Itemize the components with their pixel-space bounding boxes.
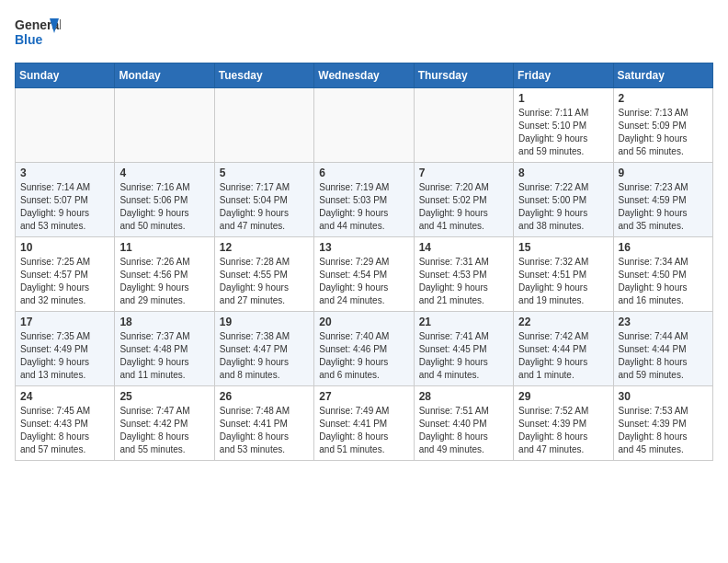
day-info: Sunrise: 7:19 AM Sunset: 5:03 PM Dayligh… (319, 181, 408, 233)
calendar-cell: 14Sunrise: 7:31 AM Sunset: 4:53 PM Dayli… (414, 237, 513, 312)
svg-text:Blue: Blue (15, 32, 43, 47)
day-number: 14 (419, 241, 508, 254)
day-number: 7 (419, 167, 508, 179)
day-number: 25 (119, 390, 209, 403)
calendar-cell: 19Sunrise: 7:38 AM Sunset: 4:47 PM Dayli… (214, 312, 313, 386)
day-number: 2 (619, 92, 708, 105)
weekday-header-friday: Friday (514, 63, 613, 88)
calendar-cell: 25Sunrise: 7:47 AM Sunset: 4:42 PM Dayli… (115, 386, 214, 461)
day-info: Sunrise: 7:49 AM Sunset: 4:41 PM Dayligh… (319, 405, 408, 456)
calendar-cell (214, 88, 313, 163)
week-row-1: 1Sunrise: 7:11 AM Sunset: 5:10 PM Daylig… (16, 88, 713, 163)
day-info: Sunrise: 7:38 AM Sunset: 4:47 PM Dayligh… (220, 330, 309, 382)
day-number: 6 (319, 167, 408, 179)
day-number: 10 (20, 241, 109, 254)
calendar-cell: 8Sunrise: 7:22 AM Sunset: 5:00 PM Daylig… (514, 163, 613, 237)
weekday-header-sunday: Sunday (16, 63, 115, 88)
day-number: 22 (518, 316, 608, 328)
calendar-cell: 23Sunrise: 7:44 AM Sunset: 4:44 PM Dayli… (613, 312, 712, 386)
calendar-cell (314, 88, 414, 163)
day-info: Sunrise: 7:51 AM Sunset: 4:40 PM Dayligh… (419, 405, 508, 456)
day-number: 17 (20, 316, 109, 328)
day-number: 16 (619, 241, 708, 254)
day-info: Sunrise: 7:16 AM Sunset: 5:06 PM Dayligh… (119, 181, 209, 233)
calendar-cell: 6Sunrise: 7:19 AM Sunset: 5:03 PM Daylig… (314, 163, 414, 237)
calendar-cell: 15Sunrise: 7:32 AM Sunset: 4:51 PM Dayli… (514, 237, 613, 312)
weekday-header-wednesday: Wednesday (314, 63, 414, 88)
calendar-cell: 16Sunrise: 7:34 AM Sunset: 4:50 PM Dayli… (613, 237, 712, 312)
day-number: 5 (220, 167, 309, 179)
calendar-cell: 9Sunrise: 7:23 AM Sunset: 4:59 PM Daylig… (613, 163, 712, 237)
day-info: Sunrise: 7:53 AM Sunset: 4:39 PM Dayligh… (619, 405, 708, 456)
day-info: Sunrise: 7:37 AM Sunset: 4:48 PM Dayligh… (119, 330, 209, 382)
day-info: Sunrise: 7:25 AM Sunset: 4:57 PM Dayligh… (20, 256, 109, 307)
page-container: GeneralBlue SundayMondayTuesdayWednesday… (0, 0, 728, 468)
week-row-2: 3Sunrise: 7:14 AM Sunset: 5:07 PM Daylig… (16, 163, 713, 237)
day-number: 20 (319, 316, 408, 328)
weekday-header-row: SundayMondayTuesdayWednesdayThursdayFrid… (16, 63, 713, 88)
day-info: Sunrise: 7:22 AM Sunset: 5:00 PM Dayligh… (518, 181, 608, 233)
week-row-4: 17Sunrise: 7:35 AM Sunset: 4:49 PM Dayli… (16, 312, 713, 386)
day-info: Sunrise: 7:52 AM Sunset: 4:39 PM Dayligh… (518, 405, 608, 456)
weekday-header-saturday: Saturday (613, 63, 712, 88)
day-info: Sunrise: 7:20 AM Sunset: 5:02 PM Dayligh… (419, 181, 508, 233)
day-info: Sunrise: 7:13 AM Sunset: 5:09 PM Dayligh… (619, 107, 708, 158)
weekday-header-monday: Monday (115, 63, 214, 88)
day-info: Sunrise: 7:32 AM Sunset: 4:51 PM Dayligh… (518, 256, 608, 307)
calendar-cell: 28Sunrise: 7:51 AM Sunset: 4:40 PM Dayli… (414, 386, 513, 461)
day-info: Sunrise: 7:17 AM Sunset: 5:04 PM Dayligh… (220, 181, 309, 233)
calendar-cell: 11Sunrise: 7:26 AM Sunset: 4:56 PM Dayli… (115, 237, 214, 312)
calendar-cell: 12Sunrise: 7:28 AM Sunset: 4:55 PM Dayli… (214, 237, 313, 312)
calendar-table: SundayMondayTuesdayWednesdayThursdayFrid… (15, 63, 713, 461)
day-info: Sunrise: 7:29 AM Sunset: 4:54 PM Dayligh… (319, 256, 408, 307)
calendar-cell: 18Sunrise: 7:37 AM Sunset: 4:48 PM Dayli… (115, 312, 214, 386)
day-info: Sunrise: 7:34 AM Sunset: 4:50 PM Dayligh… (619, 256, 708, 307)
calendar-cell: 1Sunrise: 7:11 AM Sunset: 5:10 PM Daylig… (514, 88, 613, 163)
day-number: 21 (419, 316, 508, 328)
day-info: Sunrise: 7:31 AM Sunset: 4:53 PM Dayligh… (419, 256, 508, 307)
day-info: Sunrise: 7:45 AM Sunset: 4:43 PM Dayligh… (20, 405, 109, 456)
calendar-cell: 4Sunrise: 7:16 AM Sunset: 5:06 PM Daylig… (115, 163, 214, 237)
calendar-cell: 3Sunrise: 7:14 AM Sunset: 5:07 PM Daylig… (16, 163, 115, 237)
calendar-cell (414, 88, 513, 163)
day-info: Sunrise: 7:23 AM Sunset: 4:59 PM Dayligh… (619, 181, 708, 233)
day-number: 13 (319, 241, 408, 254)
calendar-cell: 24Sunrise: 7:45 AM Sunset: 4:43 PM Dayli… (16, 386, 115, 461)
day-number: 30 (619, 390, 708, 403)
day-number: 19 (220, 316, 309, 328)
day-number: 11 (119, 241, 209, 254)
day-number: 27 (319, 390, 408, 403)
day-number: 12 (220, 241, 309, 254)
day-number: 18 (119, 316, 209, 328)
logo-svg: GeneralBlue (15, 15, 61, 52)
day-number: 3 (20, 167, 109, 179)
weekday-header-thursday: Thursday (414, 63, 513, 88)
day-number: 29 (518, 390, 608, 403)
calendar-cell: 10Sunrise: 7:25 AM Sunset: 4:57 PM Dayli… (16, 237, 115, 312)
day-number: 28 (419, 390, 508, 403)
day-number: 1 (518, 92, 608, 105)
day-info: Sunrise: 7:14 AM Sunset: 5:07 PM Dayligh… (20, 181, 109, 233)
calendar-cell: 29Sunrise: 7:52 AM Sunset: 4:39 PM Dayli… (514, 386, 613, 461)
calendar-cell: 17Sunrise: 7:35 AM Sunset: 4:49 PM Dayli… (16, 312, 115, 386)
day-info: Sunrise: 7:41 AM Sunset: 4:45 PM Dayligh… (419, 330, 508, 382)
day-number: 23 (619, 316, 708, 328)
day-info: Sunrise: 7:48 AM Sunset: 4:41 PM Dayligh… (220, 405, 309, 456)
calendar-cell: 27Sunrise: 7:49 AM Sunset: 4:41 PM Dayli… (314, 386, 414, 461)
day-info: Sunrise: 7:35 AM Sunset: 4:49 PM Dayligh… (20, 330, 109, 382)
calendar-cell: 13Sunrise: 7:29 AM Sunset: 4:54 PM Dayli… (314, 237, 414, 312)
week-row-5: 24Sunrise: 7:45 AM Sunset: 4:43 PM Dayli… (16, 386, 713, 461)
day-number: 9 (619, 167, 708, 179)
weekday-header-tuesday: Tuesday (214, 63, 313, 88)
week-row-3: 10Sunrise: 7:25 AM Sunset: 4:57 PM Dayli… (16, 237, 713, 312)
logo: GeneralBlue (15, 15, 61, 52)
calendar-cell: 2Sunrise: 7:13 AM Sunset: 5:09 PM Daylig… (613, 88, 712, 163)
calendar-cell: 21Sunrise: 7:41 AM Sunset: 4:45 PM Dayli… (414, 312, 513, 386)
day-info: Sunrise: 7:44 AM Sunset: 4:44 PM Dayligh… (619, 330, 708, 382)
calendar-cell: 30Sunrise: 7:53 AM Sunset: 4:39 PM Dayli… (613, 386, 712, 461)
day-info: Sunrise: 7:42 AM Sunset: 4:44 PM Dayligh… (518, 330, 608, 382)
calendar-cell (16, 88, 115, 163)
calendar-cell: 5Sunrise: 7:17 AM Sunset: 5:04 PM Daylig… (214, 163, 313, 237)
day-number: 4 (119, 167, 209, 179)
day-number: 8 (518, 167, 608, 179)
